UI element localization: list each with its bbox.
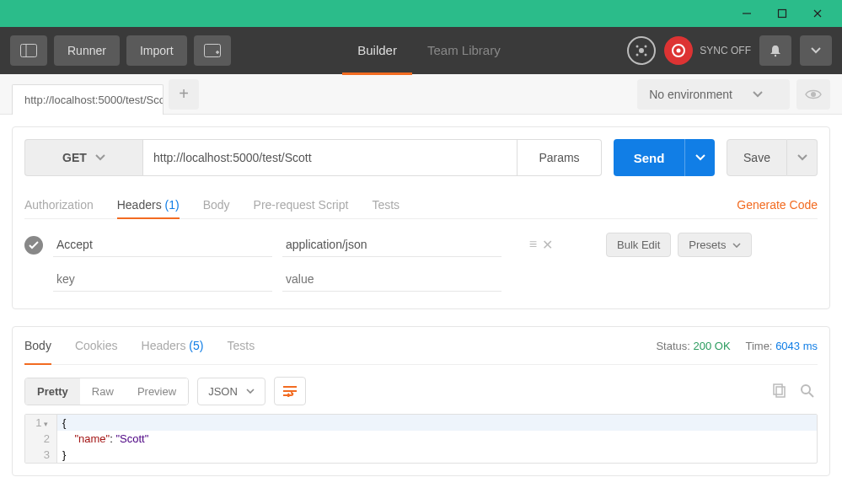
chevron-down-icon [695,154,705,161]
sync-status-icon[interactable] [664,36,693,65]
request-builder: GET Params Send Save Authorization Heade… [12,126,830,309]
maximize-button[interactable] [764,0,800,27]
tab-prerequest-script[interactable]: Pre-request Script [254,191,349,218]
save-dropdown-button[interactable] [787,139,818,176]
view-preview-button[interactable]: Preview [126,378,188,405]
svg-point-9 [639,48,644,53]
tab-headers-count: (1) [165,198,180,212]
import-button[interactable]: Import [126,35,187,66]
response-time-value: 6043 ms [775,340,818,352]
header-row-empty [24,262,818,297]
svg-rect-20 [774,384,782,394]
presets-button[interactable]: Presets [678,233,752,257]
tab-team-library[interactable]: Team Library [412,27,516,74]
http-method-select[interactable]: GET [24,139,142,176]
svg-point-16 [775,55,776,56]
environment-label: No environment [649,88,732,101]
response-tab-headers-count: (5) [189,339,203,352]
environment-select[interactable]: No environment [637,79,790,110]
tab-headers[interactable]: Headers (1) [117,191,180,218]
response-status: Status: 200 OK Time: 6043 ms [656,340,818,352]
svg-point-15 [677,49,681,53]
window-titlebar [0,0,842,27]
runner-button[interactable]: Runner [54,35,120,66]
wrap-lines-button[interactable] [274,377,306,405]
environment-preview-button[interactable] [796,79,830,110]
svg-rect-1 [779,10,786,18]
svg-point-10 [636,46,639,48]
response-panel: Body Cookies Headers (5) Tests Status: 2… [12,326,830,476]
notifications-button[interactable] [759,35,791,66]
view-raw-button[interactable]: Raw [80,378,126,405]
header-row: ≡ ✕ Bulk Edit Presets [24,228,818,262]
request-tab[interactable]: http://localhost:5000/test/Scott [12,84,164,115]
response-tab-headers[interactable]: Headers (5) [142,327,204,364]
tab-builder[interactable]: Builder [342,27,412,74]
sync-status-label: SYNC OFF [700,45,751,56]
svg-point-13 [645,54,647,56]
send-dropdown-button[interactable] [684,139,715,176]
response-tab-cookies[interactable]: Cookies [75,327,118,364]
remove-header-icon[interactable]: ✕ [542,237,553,253]
new-tab-button[interactable] [194,35,231,66]
response-format-label: JSON [208,385,238,398]
presets-label: Presets [689,239,726,251]
chevron-down-icon [732,243,741,248]
header-key-input-empty[interactable] [53,267,272,292]
request-tab-bar: http://localhost:5000/test/Scott + No en… [0,74,842,115]
save-button[interactable]: Save [727,139,787,176]
tab-authorization[interactable]: Authorization [24,191,94,218]
response-tab-headers-label: Headers [142,339,186,352]
search-response-icon[interactable] [797,383,818,399]
response-tab-body[interactable]: Body [24,327,51,364]
bulk-edit-button[interactable]: Bulk Edit [606,233,671,257]
url-input[interactable] [142,139,518,176]
copy-response-icon[interactable] [769,383,789,399]
topbar: Runner Import Builder Team Library SYNC … [0,27,842,74]
chevron-down-icon [95,154,105,161]
chevron-down-icon [753,91,763,98]
svg-rect-4 [21,45,37,57]
svg-point-11 [645,46,647,48]
params-button[interactable]: Params [518,139,602,176]
response-body-code[interactable]: 1 ▾ { 2 "name": "Scott" 3 } [24,414,818,464]
minimize-button[interactable] [729,0,764,27]
add-request-tab-button[interactable]: + [169,79,199,110]
svg-point-17 [811,92,816,97]
svg-rect-21 [776,387,785,397]
close-button[interactable] [800,0,835,27]
header-key-input[interactable] [53,233,272,257]
header-enabled-checkbox[interactable] [24,236,43,255]
tab-tests[interactable]: Tests [372,191,400,218]
send-button[interactable]: Send [614,139,684,176]
svg-line-23 [809,393,813,397]
interceptor-icon[interactable] [627,36,656,65]
response-format-select[interactable]: JSON [197,378,265,405]
http-method-label: GET [62,151,87,164]
generate-code-link[interactable]: Generate Code [737,191,818,218]
sidebar-toggle-button[interactable] [10,35,47,66]
chevron-down-icon [246,389,255,394]
header-value-input-empty[interactable] [282,267,501,292]
chevron-down-icon [797,154,807,161]
response-tab-tests[interactable]: Tests [227,327,255,364]
user-menu-button[interactable] [800,35,832,66]
tab-body[interactable]: Body [203,191,230,218]
header-value-input[interactable] [282,233,501,257]
svg-point-22 [802,385,810,394]
drag-handle-icon[interactable]: ≡ [529,237,537,253]
tab-headers-label: Headers [117,198,162,212]
response-view-mode: Pretty Raw Preview [24,378,189,405]
response-status-value: 200 OK [694,340,731,352]
view-pretty-button[interactable]: Pretty [25,378,80,405]
svg-point-12 [636,54,639,56]
